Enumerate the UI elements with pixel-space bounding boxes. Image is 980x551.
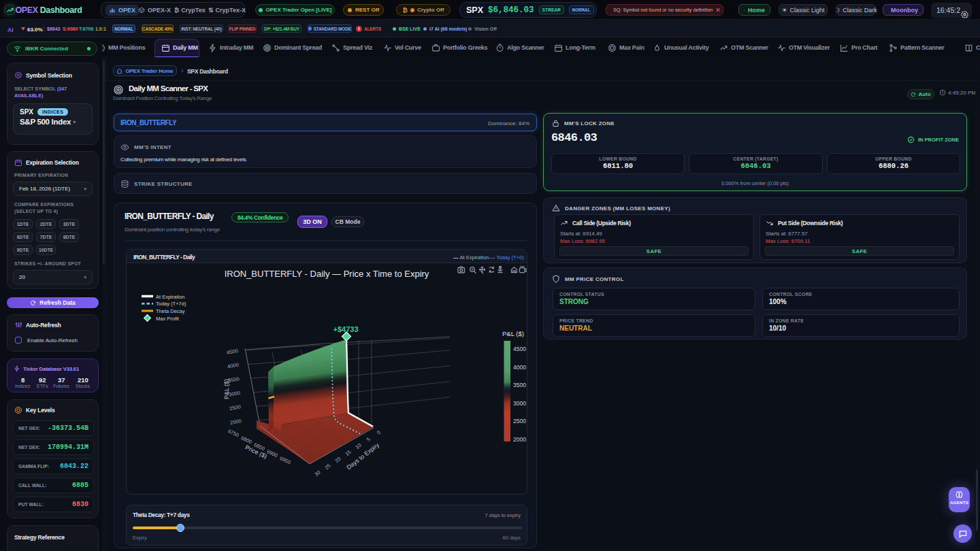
svg-text:4000: 4000 [513,364,526,371]
svg-text:2500: 2500 [513,418,526,424]
svg-text:Max Profit: Max Profit [156,316,180,322]
svg-text:3000: 3000 [228,390,240,398]
svg-text:30: 30 [313,469,321,478]
svg-text:10: 10 [354,442,362,450]
svg-text:3500: 3500 [513,382,526,388]
svg-text:IRON_BUTTERFLY - Daily — Price: IRON_BUTTERFLY - Daily — Price x Time to… [225,269,429,279]
svg-text:Theta Decay: Theta Decay [156,308,185,314]
svg-text:25: 25 [323,463,331,471]
svg-text:2500: 2500 [229,404,241,412]
svg-text:P&L ($): P&L ($) [502,330,524,337]
svg-text:Today (T+7d): Today (T+7d) [156,301,186,307]
svg-text:4000: 4000 [227,362,239,370]
svg-text:2000: 2000 [513,436,526,443]
svg-text:5: 5 [365,436,372,443]
svg-text:P&L ($): P&L ($) [223,379,230,399]
svg-text:At Expiration: At Expiration [156,294,185,300]
svg-text:6750: 6750 [227,428,240,438]
svg-text:2000: 2000 [229,418,242,426]
svg-text:+$4733: +$4733 [333,325,358,333]
svg-text:6950: 6950 [279,455,292,465]
svg-text:20: 20 [333,456,342,464]
svg-text:3000: 3000 [513,400,526,407]
svg-text:4500: 4500 [513,346,526,352]
svg-text:Days to Expiry: Days to Expiry [345,441,380,471]
svg-text:0: 0 [376,429,382,436]
svg-text:4500: 4500 [226,348,238,356]
svg-text:6800: 6800 [240,435,253,445]
svg-text:15: 15 [344,449,352,457]
